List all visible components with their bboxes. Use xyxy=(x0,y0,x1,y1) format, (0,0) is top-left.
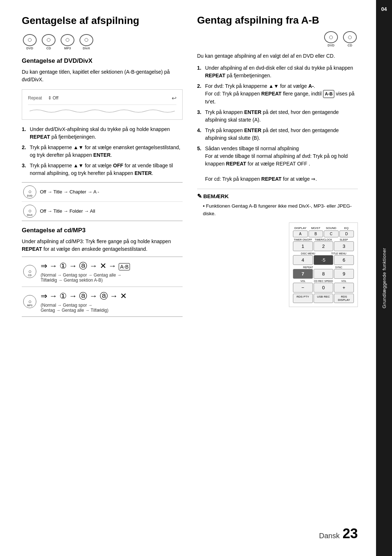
btn-rds-pty[interactable]: RDS PTY xyxy=(293,294,313,303)
divx-label: DivX xyxy=(83,46,90,50)
cd-icon: CD xyxy=(41,34,57,50)
remote-row-789: 7 8 9 xyxy=(293,269,354,279)
repeat-box: Repeat ⇕ Off ↩ xyxy=(22,89,183,120)
dvd-flow-text: Off → Title → Chapter → A - xyxy=(40,189,99,195)
cd-label: CD xyxy=(46,46,51,50)
page-word: Dansk xyxy=(319,532,340,540)
dvd-icon: DVD xyxy=(22,34,38,50)
cd-symbols-col: ⇒ → ① → ⓐ → ✕ → A-B (Normal → Gentag spo… xyxy=(41,261,130,283)
dvd-video-disc: DVD xyxy=(23,185,36,199)
remote-repeat-sync-labels: REPEAT SYNC xyxy=(293,266,354,269)
right-cd-icon: CD xyxy=(342,31,358,47)
footer: Dansk 23 xyxy=(22,519,358,541)
btn-3[interactable]: 3 xyxy=(334,241,354,251)
wavy-decoration xyxy=(28,108,176,114)
btn-minus[interactable]: − xyxy=(293,283,313,293)
pencil-icon: ✎ xyxy=(197,193,202,200)
btn-b[interactable]: B xyxy=(309,230,323,237)
dvd-circle xyxy=(23,34,37,46)
btn-usb-rec[interactable]: USB REC xyxy=(314,294,334,303)
page-number: 23 xyxy=(343,526,358,541)
divx-circle xyxy=(79,34,93,46)
cd-table-row-2: MP3 ⇒ → ① → ⓐ → ⓐ → ✕ (Normal → Gentag s… xyxy=(22,287,183,316)
off-value: ⇕ Off xyxy=(48,95,58,101)
mp3-disc: MP3 xyxy=(23,295,36,308)
remote-top-labels: DISPLAY MO/ST SOUND EQ xyxy=(293,226,354,230)
right-icon-row: DVD CD xyxy=(197,31,358,47)
right-intro: Du kan gentage afspilning af en valgt de… xyxy=(197,52,358,60)
mp3-symbols-col: ⇒ → ① → ⓐ → ⓐ → ✕ (Normal → Gentag spor … xyxy=(41,291,127,313)
right-step-5: 5. Sådan vendes tilbage til normal afspi… xyxy=(197,145,358,183)
btn-7[interactable]: 7 xyxy=(293,269,313,279)
btn-0[interactable]: 0 xyxy=(314,283,334,293)
right-dvd-label: DVD xyxy=(327,44,334,47)
sidebar-text-container: Grundlæggende funktioner xyxy=(376,22,392,534)
btn-a[interactable]: A xyxy=(293,230,308,237)
mp3-icon: MP3 xyxy=(60,34,75,50)
dvd-step-1: 1. Under dvd/DivX-afspilning skal du try… xyxy=(22,126,183,141)
note-bullet: ▪ xyxy=(203,203,205,209)
remote-row-123: 1 2 3 xyxy=(293,241,354,251)
cd-table: CD ⇒ → ① → ⓐ → ✕ → A-B (Normal → Gentag … xyxy=(22,257,183,317)
left-icon-row: DVD CD MP3 DivX xyxy=(22,34,183,50)
btn-rds-display[interactable]: RDS DISPLAY xyxy=(334,294,354,303)
btn-4[interactable]: 4 xyxy=(293,255,313,265)
btn-plus[interactable]: + xyxy=(334,283,354,293)
mp3-circle xyxy=(61,34,74,46)
ab-box: A-B xyxy=(323,90,334,98)
right-step-2: 2. For dvd: Tryk på knapperne ▲▼ for at … xyxy=(197,82,358,106)
page-container: Gentagelse af afspilning DVD CD MP3 xyxy=(0,0,392,556)
remote-control: DISPLAY MO/ST SOUND EQ A B C D TIMER ON/… xyxy=(289,222,358,307)
right-title: Gentag afspilning fra A-B xyxy=(197,15,358,26)
btn-1[interactable]: 1 xyxy=(293,241,313,251)
btn-6[interactable]: 6 xyxy=(334,255,354,265)
remote-abcd-row: A B C D xyxy=(293,230,354,237)
note-title: ✎ BEMÆRK xyxy=(197,193,358,200)
dvd-step-2: 2. Tryk på knapperne ▲▼ for at vælge enø… xyxy=(22,144,183,159)
remote-row-vol: − 0 + xyxy=(293,283,354,293)
note-section: ✎ BEMÆRK ▪ Funktionen Gentag A-B fungere… xyxy=(197,189,358,217)
note-title-text: BEMÆRK xyxy=(203,193,229,199)
btn-5[interactable]: ·5 xyxy=(314,255,334,265)
cd-disc: CD xyxy=(23,265,36,278)
dvd-table: DVD Off → Title → Chapter → A - DivX Off… xyxy=(22,182,183,221)
right-step-3: 3. Tryk på knappen ENTER på det sted, hv… xyxy=(197,109,358,124)
right-column: Gentag afspilning fra A-B DVD CD Du kan … xyxy=(197,15,358,519)
btn-c[interactable]: C xyxy=(324,230,339,237)
cd-desc-top: (Normal → Gentag spor → Gentag alle →Til… xyxy=(41,273,130,283)
cd-section: Gentagelse af cd/MP3 Under afspilning af… xyxy=(22,227,183,317)
main-content: Gentagelse af afspilning DVD CD MP3 xyxy=(0,0,376,556)
note-item-1: Funktionen Gentag A-B fungerer ikke med … xyxy=(203,203,352,216)
mp3-symbols: ⇒ → ① → ⓐ → ⓐ → ✕ xyxy=(41,291,127,302)
cd-symbols-top: ⇒ → ① → ⓐ → ✕ → A-B xyxy=(41,261,130,271)
return-icon: ↩ xyxy=(172,95,176,102)
right-dvd-circle xyxy=(324,31,338,43)
btn-d[interactable]: D xyxy=(339,230,354,237)
note-text: ▪ Funktionen Gentag A-B fungerer ikke me… xyxy=(197,203,358,217)
chapter-number: 04 xyxy=(381,6,387,12)
divx-disc: DivX xyxy=(23,205,36,218)
right-step-1: 1. Under afspilning af en dvd-disk eller… xyxy=(197,64,358,79)
remote-row-456: 4 ·5 6 xyxy=(293,255,354,265)
right-steps: 1. Under afspilning af en dvd-disk eller… xyxy=(197,64,358,183)
right-cd-label: CD xyxy=(348,44,352,47)
btn-2[interactable]: 2 xyxy=(314,241,334,251)
mp3-label: MP3 xyxy=(64,46,71,50)
dvd-table-row-2: DivX Off → Title → Folder → All xyxy=(22,202,183,221)
dvd-step-3: 3. Tryk på knapperne ▲▼ for at vælge OFF… xyxy=(22,162,183,177)
dvd-table-row-1: DVD Off → Title → Chapter → A - xyxy=(22,183,183,202)
btn-8[interactable]: 8 xyxy=(314,269,334,279)
right-cd-circle xyxy=(343,31,357,43)
btn-9[interactable]: 9 xyxy=(334,269,354,279)
dvd-subsection-title: Gentagelse af DVD/DivX xyxy=(22,57,183,65)
remote-timer-labels: TIMER ON/OFF TIMER/CLOCK SLEEP xyxy=(293,238,354,241)
two-column: Gentagelse af afspilning DVD CD MP3 xyxy=(22,15,358,519)
cd-circle xyxy=(42,34,56,46)
cd-table-row-1: CD ⇒ → ① → ⓐ → ✕ → A-B (Normal → Gentag … xyxy=(22,257,183,287)
left-title: Gentagelse af afspilning xyxy=(22,15,183,27)
repeat-label: Repeat xyxy=(28,95,42,101)
left-column: Gentagelse af afspilning DVD CD MP3 xyxy=(22,15,183,519)
cd-step1-text: Under afspilning af cd/MP3: Tryk flere g… xyxy=(22,238,183,253)
sidebar-text: Grundlæggende funktioner xyxy=(381,248,387,308)
dvd-label: DVD xyxy=(26,46,33,50)
